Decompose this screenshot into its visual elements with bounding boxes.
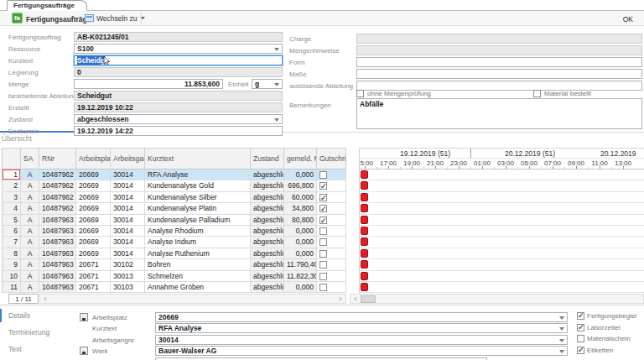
gutschrift-checkbox[interactable] — [319, 217, 327, 224]
cell-arbeitsplatz[interactable]: 20669 — [76, 203, 111, 214]
cell-gutschrift[interactable] — [317, 203, 346, 214]
ressource-input[interactable]: S100 — [74, 44, 283, 54]
cell-kurztext[interactable]: Analyse Iridium — [145, 237, 251, 248]
cell-arbeitsgang[interactable]: 30014 — [111, 248, 145, 259]
cell-rnr[interactable]: 10487963 — [39, 215, 76, 226]
endtermin-input[interactable]: 19.12.2019 14:22 — [74, 126, 283, 136]
cell-gemeldet[interactable]: 34,800 — [284, 203, 317, 214]
cell-arbeitsplatz[interactable]: 20671 — [76, 259, 111, 270]
column-header-zustand[interactable]: Zustand — [251, 148, 284, 170]
cell-arbeitsplatz[interactable]: 20669 — [76, 170, 111, 180]
gantt-bar[interactable] — [361, 237, 368, 246]
cell-gemeldet[interactable]: 80,800 — [284, 215, 317, 226]
cell-arbeitsgang[interactable]: 30014 — [111, 180, 145, 191]
gutschrift-checkbox[interactable] — [319, 238, 327, 246]
table-scrollbar[interactable]: ‹ › — [39, 294, 346, 304]
detail-arbeitsplatz-input[interactable]: 20669 — [155, 312, 568, 322]
cell-zustand[interactable]: abgeschlos — [251, 226, 284, 237]
gantt-bar[interactable] — [361, 272, 368, 280]
cell-zustand[interactable]: abgeschlos — [251, 271, 284, 282]
gutschrift-checkbox[interactable] — [319, 171, 327, 179]
column-header-gemeld-m[interactable]: gemeld. M — [284, 148, 317, 170]
cell-num[interactable]: 11 — [2, 282, 21, 293]
scroll-thumb[interactable] — [361, 295, 376, 303]
cell-sa[interactable]: A — [21, 259, 39, 270]
column-header-rownum[interactable] — [2, 148, 21, 170]
gantt-bar[interactable] — [361, 249, 368, 258]
cell-rnr[interactable]: 10487963 — [39, 259, 76, 270]
column-header-sa[interactable]: SA — [21, 148, 39, 170]
gutschrift-checkbox[interactable] — [319, 261, 327, 269]
cell-zustand[interactable]: abgeschlos — [251, 192, 284, 203]
gantt-bar[interactable] — [361, 181, 368, 190]
cell-arbeitsgang[interactable]: 30014 — [111, 170, 145, 180]
cell-zustand[interactable]: abgeschlos — [251, 259, 284, 270]
zustand-input[interactable]: abgeschlossen — [74, 114, 283, 124]
cell-sa[interactable]: A — [21, 226, 39, 237]
cell-kurztext[interactable]: Kundenanalyse Silber — [145, 192, 251, 203]
cell-zustand[interactable]: abgeschlos — [251, 180, 284, 191]
checkbox-ohne-mengenpruefung[interactable] — [356, 90, 364, 97]
cell-gutschrift[interactable] — [317, 226, 346, 237]
cell-gemeldet[interactable]: 0,000 — [284, 282, 317, 293]
cell-num[interactable]: 3 — [2, 192, 21, 203]
cell-kurztext[interactable]: Kundenanalyse Platin — [145, 203, 251, 214]
ok-button[interactable]: OK — [623, 15, 633, 23]
scroll-left-arrow[interactable]: ‹ — [41, 295, 49, 303]
cell-kurztext[interactable]: Analyse Ruthenium — [145, 248, 251, 259]
cell-sa[interactable]: A — [21, 248, 39, 259]
cell-kurztext[interactable]: Schmelzen — [145, 271, 251, 282]
gantt-bar[interactable] — [361, 283, 368, 291]
cell-gutschrift[interactable] — [317, 248, 346, 259]
cell-gutschrift[interactable] — [317, 271, 346, 282]
cell-kurztext[interactable]: Kundenanalyse Palladium — [145, 215, 251, 226]
cell-num[interactable]: 9 — [2, 259, 21, 270]
cell-rnr[interactable]: 10487962 — [39, 203, 76, 214]
gantt-bar[interactable] — [361, 216, 368, 224]
record-counter[interactable]: 1 / 11 — [8, 294, 39, 304]
cell-zustand[interactable]: abgeschlos — [251, 237, 284, 248]
cell-arbeitsgang[interactable]: 30014 — [111, 203, 145, 214]
checkbox-fertigungsbeglei[interactable] — [577, 312, 584, 320]
checkbox-material-bestellt[interactable] — [533, 90, 541, 97]
form-input[interactable] — [356, 57, 642, 67]
scroll-right-arrow[interactable]: › — [336, 295, 345, 303]
checkbox-laborzettel[interactable] — [577, 324, 584, 331]
gutschrift-checkbox[interactable] — [319, 194, 327, 201]
cell-sa[interactable]: A — [21, 192, 39, 203]
cell-kurztext[interactable]: RFA Analyse — [145, 170, 251, 180]
cell-rnr[interactable]: 10487963 — [39, 282, 76, 293]
checkbox-materialschein[interactable] — [577, 335, 584, 342]
sidebar-item-terminierung[interactable]: Terminierung — [8, 328, 49, 337]
cell-gutschrift[interactable] — [317, 170, 346, 180]
gutschrift-checkbox[interactable] — [319, 250, 327, 258]
cell-sa[interactable]: A — [21, 203, 39, 214]
cell-arbeitsgang[interactable]: 30014 — [111, 215, 145, 226]
cell-rnr[interactable]: 10487962 — [39, 180, 76, 191]
masse-input[interactable] — [356, 69, 642, 79]
cell-arbeitsgang[interactable]: 30014 — [111, 192, 145, 203]
cell-arbeitsplatz[interactable]: 20671 — [76, 271, 111, 282]
cell-rnr[interactable]: 10487962 — [39, 192, 76, 203]
detail-werk-input[interactable]: Bauer-Walser AG — [155, 346, 568, 356]
cell-num[interactable]: 2 — [2, 180, 21, 191]
gantt-bar[interactable] — [361, 193, 368, 201]
cell-gutschrift[interactable] — [317, 282, 346, 293]
cell-kurztext[interactable]: Bohren — [145, 259, 251, 270]
cell-gemeldet[interactable]: 60,000 — [284, 192, 317, 203]
cell-rnr[interactable]: 10487963 — [39, 248, 76, 259]
cell-arbeitsplatz[interactable]: 20669 — [76, 248, 111, 259]
gutschrift-checkbox[interactable] — [319, 284, 327, 291]
gutschrift-checkbox[interactable] — [319, 182, 327, 190]
gantt-bar[interactable] — [361, 260, 368, 269]
gutschrift-checkbox[interactable] — [319, 273, 327, 280]
cell-gemeldet[interactable]: 11.790,40 — [284, 259, 317, 270]
gutschrift-checkbox[interactable] — [319, 205, 327, 212]
detail-expand-button[interactable] — [80, 313, 88, 321]
column-header-rnr[interactable]: RNr — [39, 148, 76, 170]
cell-num[interactable]: 10 — [2, 271, 21, 282]
gutschrift-checkbox[interactable] — [319, 227, 327, 235]
cell-arbeitsplatz[interactable]: 20669 — [76, 180, 111, 191]
detail-arbeitsgangnr-input[interactable]: 30014 — [155, 335, 568, 345]
cell-kurztext[interactable]: Kundenanalyse Gold — [145, 180, 251, 191]
